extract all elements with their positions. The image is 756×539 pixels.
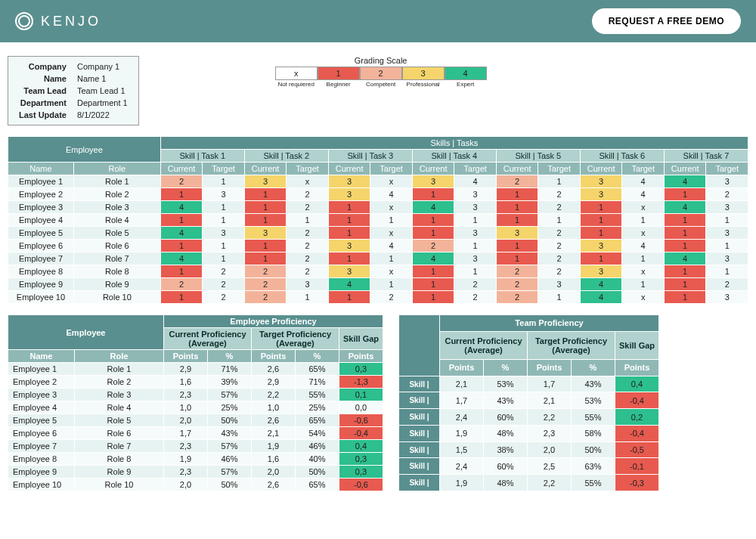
top-area: CompanyCompany 1 NameName 1 Team LeadTea… (0, 42, 756, 133)
info-value-lastupdate: 8/1/2022 (73, 110, 132, 120)
th-points: Points (252, 350, 296, 363)
cell-current: 1 (160, 188, 203, 201)
cell-target: 2 (287, 240, 328, 252)
th-points: Points (528, 359, 572, 376)
table-row: Skill |1,743%2,153%-0,4 (399, 392, 659, 409)
table-row: Employee 5Role 52,050%2,665%-0,6 (8, 414, 383, 427)
cell-target: 1 (622, 252, 664, 265)
cell-skill-label: Skill | (399, 392, 440, 409)
cell-current: 1 (412, 265, 454, 278)
cell-target: 3 (203, 227, 244, 240)
cell-tpp: 50% (296, 466, 339, 479)
cell-name: Employee 8 (8, 265, 74, 278)
cell-tp: 1,9 (252, 440, 296, 453)
info-box: CompanyCompany 1 NameName 1 Team LeadTea… (8, 56, 139, 125)
cell-tpp: 65% (296, 363, 339, 376)
cell-tpp: 43% (572, 376, 615, 392)
th-points: Points (440, 359, 484, 376)
th-skill-name: Skill | Task 3 (328, 150, 412, 163)
th-skill-name: Skill | Task 5 (496, 150, 580, 163)
cell-role: Role 4 (75, 401, 164, 414)
cell-role: Role 9 (75, 466, 164, 479)
cell-cpp: 46% (208, 453, 252, 466)
cell-current: 4 (664, 252, 706, 265)
table-row: Skill |1,948%2,358%-0,4 (399, 425, 659, 441)
cell-cpp: 71% (208, 363, 252, 376)
cell-tp: 2,0 (252, 466, 296, 479)
cell-role: Role 4 (73, 214, 160, 227)
cell-target: 2 (287, 188, 328, 201)
fingerprint-icon (15, 12, 33, 30)
cell-current: 1 (244, 214, 287, 227)
th-role: Role (73, 163, 160, 175)
cell-tpp: 55% (296, 389, 339, 401)
cell-tpp: 65% (296, 479, 339, 491)
cell-target: 1 (203, 201, 244, 214)
cell-current: 4 (328, 278, 370, 291)
cell-tp: 2,6 (252, 414, 296, 427)
cell-cpp: 60% (484, 409, 528, 426)
cell-current: 4 (664, 201, 706, 214)
cell-cpp: 57% (208, 440, 252, 453)
cell-current: 3 (412, 175, 454, 188)
th-target-prof: Target Proficiency (Average) (252, 328, 339, 350)
cell-target: 2 (203, 291, 244, 304)
info-label-name: Name (14, 73, 71, 84)
cell-current: 1 (328, 227, 370, 240)
cell-role: Role 10 (75, 479, 164, 491)
info-label-teamlead: Team Lead (14, 85, 71, 96)
th-current: Current (412, 163, 454, 175)
cell-target: 2 (287, 252, 328, 265)
cell-gap: -0,4 (615, 425, 659, 441)
cell-tpp: 65% (296, 414, 339, 427)
table-row: Employee 2Role 21,639%2,971%-1,3 (8, 376, 383, 389)
cell-cpp: 57% (208, 389, 252, 401)
cell-cpp: 48% (484, 425, 528, 441)
th-skills: Skills | Tasks (160, 137, 748, 150)
cell-target: 2 (454, 291, 496, 304)
cell-cp: 1,7 (164, 427, 208, 440)
th-skill-name: Skill | Task 6 (580, 150, 664, 163)
proficiency-wrap: EmployeeEmployee ProficiencyCurrent Prof… (0, 314, 756, 506)
cell-current: 1 (412, 291, 454, 304)
cell-current: 3 (580, 188, 622, 201)
cell-tp: 2,6 (252, 363, 296, 376)
cell-current: 2 (496, 175, 538, 188)
cell-target: 2 (538, 240, 580, 252)
cell-target: 1 (538, 214, 580, 227)
cell-target: 2 (287, 265, 328, 278)
info-label-company: Company (14, 61, 71, 72)
cell-tp: 2,2 (252, 389, 296, 401)
cell-role: Role 2 (75, 376, 164, 389)
cell-current: 1 (412, 278, 454, 291)
cell-name: Employee 6 (8, 427, 75, 440)
th-current: Current (328, 163, 370, 175)
th-teamprof-title: Team Proficiency (440, 315, 659, 332)
cell-target: 1 (370, 252, 412, 265)
info-label-lastupdate: Last Update (14, 110, 71, 120)
cell-tpp: 71% (296, 376, 339, 389)
cell-skill-label: Skill | (399, 425, 440, 441)
cell-role: Role 1 (73, 175, 160, 188)
cell-tp: 2,0 (528, 441, 572, 458)
cell-current: 2 (412, 240, 454, 252)
info-value-teamlead: Team Lead 1 (73, 85, 132, 96)
cell-cp: 2,4 (440, 458, 484, 475)
cell-gap: 0,3 (339, 466, 383, 479)
th-skill-name: Skill | Task 4 (412, 150, 496, 163)
employee-proficiency-table: EmployeeEmployee ProficiencyCurrent Prof… (8, 314, 383, 491)
cell-tp: 1,6 (252, 453, 296, 466)
cell-cpp: 50% (208, 479, 252, 491)
cell-current: 4 (160, 252, 203, 265)
cell-gap: 0,4 (339, 440, 383, 453)
cell-target: 1 (287, 291, 328, 304)
cell-target: 3 (706, 227, 748, 240)
th-name: Name (8, 163, 74, 175)
cell-target: 1 (203, 252, 244, 265)
request-demo-button[interactable]: REQUEST A FREE DEMO (592, 8, 741, 34)
cell-current: 3 (496, 227, 538, 240)
th-target: Target (622, 163, 664, 175)
cell-tp: 2,6 (252, 479, 296, 491)
cell-role: Role 5 (75, 414, 164, 427)
cell-current: 4 (412, 252, 454, 265)
